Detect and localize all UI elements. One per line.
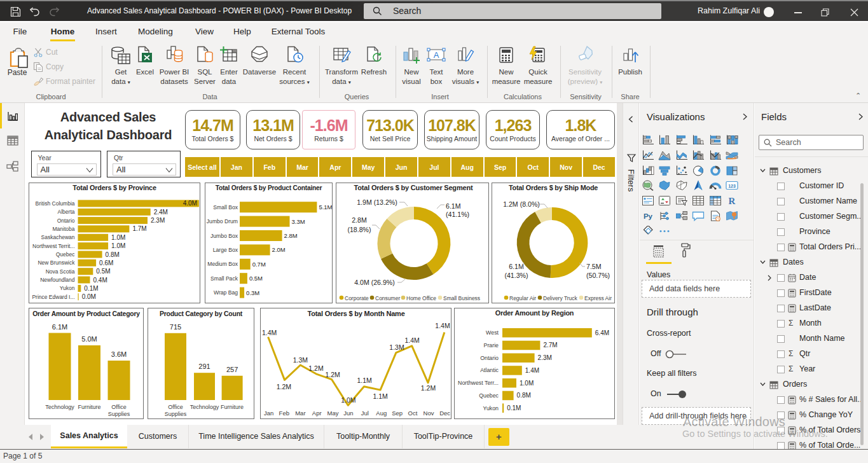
svg-text:Express Air: Express Air <box>584 295 612 301</box>
svg-text:1.2M: 1.2M <box>308 364 323 372</box>
svg-text:2.0M: 2.0M <box>272 246 286 253</box>
svg-text:0.4M: 0.4M <box>93 277 107 284</box>
svg-text:New Brunswick: New Brunswick <box>38 259 75 266</box>
svg-text:2.8M: 2.8M <box>352 216 367 224</box>
svg-text:Northwest Territ...: Northwest Territ... <box>32 243 74 249</box>
svg-text:Small Pack: Small Pack <box>210 275 238 282</box>
svg-text:Manitoba: Manitoba <box>53 226 75 232</box>
svg-text:1.0M: 1.0M <box>520 380 534 387</box>
svg-text:0.7M: 0.7M <box>252 261 266 268</box>
svg-text:Corporate: Corporate <box>345 295 369 301</box>
svg-text:Total Orders $ by Customer Seg: Total Orders $ by Customer Segment <box>354 184 473 191</box>
svg-text:Consumer: Consumer <box>375 295 400 301</box>
svg-text:Office: Office <box>111 404 126 410</box>
svg-text:(18.8%): (18.8%) <box>347 226 371 233</box>
svg-text:Order Amount by Region: Order Amount by Region <box>495 309 574 317</box>
svg-text:0.1M: 0.1M <box>507 404 521 411</box>
svg-text:Wrap Bag: Wrap Bag <box>214 289 238 296</box>
svg-text:(41.3%): (41.3%) <box>504 272 528 279</box>
svg-text:3.3M: 3.3M <box>292 218 305 225</box>
svg-text:Quebec: Quebec <box>479 392 499 399</box>
svg-text:West: West <box>486 329 499 336</box>
svg-text:715: 715 <box>170 323 181 331</box>
svg-text:291: 291 <box>198 363 210 370</box>
svg-text:123: 123 <box>728 184 736 188</box>
svg-text:Quebec: Quebec <box>56 251 76 258</box>
svg-text:Furniture: Furniture <box>221 404 244 410</box>
svg-text:5.1M: 5.1M <box>319 204 332 211</box>
svg-text:1.1M: 1.1M <box>373 392 387 400</box>
svg-text:Furniture: Furniture <box>78 404 100 410</box>
svg-text:Medium Box: Medium Box <box>207 261 238 267</box>
svg-text:British Columbia: British Columbia <box>36 200 75 207</box>
svg-text:6.1M: 6.1M <box>52 323 67 331</box>
svg-text:Total Orders $ by Ship Mode: Total Orders $ by Ship Mode <box>509 184 598 191</box>
svg-text:0.8M: 0.8M <box>517 392 531 399</box>
svg-text:Office: Office <box>168 404 183 410</box>
svg-text:1.2M (8.0%): 1.2M (8.0%) <box>503 200 540 208</box>
svg-text:Regular Air: Regular Air <box>509 295 536 301</box>
svg-text:0.8M: 0.8M <box>106 251 120 258</box>
svg-text:Mar: Mar <box>295 410 305 417</box>
svg-text:Jumbo Drum: Jumbo Drum <box>207 218 238 225</box>
svg-text:A: A <box>434 50 439 60</box>
svg-text:Nov: Nov <box>424 410 434 417</box>
svg-text:Jumbo Box: Jumbo Box <box>210 233 238 239</box>
svg-text:Large Box: Large Box <box>213 247 238 253</box>
svg-text:1.3M: 1.3M <box>389 343 404 351</box>
svg-text:Dec: Dec <box>439 410 450 417</box>
svg-text:Saskachewan: Saskachewan <box>41 234 75 240</box>
svg-text:2.3M: 2.3M <box>151 217 165 224</box>
svg-text:0.0M: 0.0M <box>82 293 96 300</box>
svg-text:4.0M (26.9%): 4.0M (26.9%) <box>354 279 395 286</box>
svg-text:1.1M: 1.1M <box>357 377 372 384</box>
svg-text:Home Office: Home Office <box>406 295 436 301</box>
svg-text:R: R <box>729 196 736 206</box>
svg-text:Total Orders $ by Province: Total Orders $ by Province <box>72 184 156 191</box>
svg-text:0.5M: 0.5M <box>96 268 110 275</box>
svg-text:5.0M: 5.0M <box>81 335 97 343</box>
svg-text:3.6M: 3.6M <box>111 350 127 358</box>
svg-text:1.4M: 1.4M <box>525 367 539 374</box>
svg-text:Technology: Technology <box>190 404 219 410</box>
svg-text:Prince Edward I...: Prince Edward I... <box>32 294 74 300</box>
svg-text:2.7M: 2.7M <box>543 342 557 349</box>
svg-text:Jun: Jun <box>343 410 353 417</box>
svg-text:Newfoundland: Newfoundland <box>40 277 75 283</box>
svg-text:(50.7%): (50.7%) <box>586 272 610 279</box>
svg-text:Delivery Truck: Delivery Truck <box>543 295 578 301</box>
svg-text:1.4M: 1.4M <box>435 322 450 329</box>
svg-text:Order Amount by Product Catego: Order Amount by Product Category <box>32 310 140 317</box>
svg-text:Supplies: Supplies <box>108 411 130 417</box>
svg-text:Alberta: Alberta <box>58 209 75 215</box>
svg-text:Aug: Aug <box>376 410 387 417</box>
svg-text:Supplies: Supplies <box>165 411 187 417</box>
svg-text:1.7M: 1.7M <box>132 225 146 232</box>
svg-text:0.1M: 0.1M <box>84 285 98 292</box>
svg-text:1.0M: 1.0M <box>111 242 125 249</box>
svg-text:Feb: Feb <box>279 410 289 417</box>
svg-text:0.3M: 0.3M <box>246 289 259 296</box>
svg-text:2.4M: 2.4M <box>154 209 168 216</box>
svg-text:0.5M: 0.5M <box>249 275 263 282</box>
svg-text:6.1M: 6.1M <box>446 202 461 210</box>
svg-text:1.4M: 1.4M <box>262 329 277 336</box>
svg-text:1.2M: 1.2M <box>326 371 340 378</box>
svg-text:1.9M (13.2%): 1.9M (13.2%) <box>357 198 397 206</box>
svg-text:Yukon: Yukon <box>483 405 499 411</box>
svg-text:6.4M: 6.4M <box>595 329 609 336</box>
svg-text:(41.1%): (41.1%) <box>446 211 469 218</box>
svg-text:2.8M: 2.8M <box>284 232 298 239</box>
svg-text:Sep: Sep <box>392 410 403 417</box>
svg-text:Prarie: Prarie <box>484 342 499 349</box>
svg-text:1.2M: 1.2M <box>421 384 436 392</box>
svg-text:Small Business: Small Business <box>443 295 480 301</box>
svg-text:Total Orders $ by Product Cont: Total Orders $ by Product Container <box>216 184 322 191</box>
svg-text:2.3M: 2.3M <box>538 354 552 361</box>
svg-text:1.3M: 1.3M <box>293 356 308 364</box>
svg-text:257: 257 <box>226 366 238 373</box>
svg-text:1.2M: 1.2M <box>277 383 291 390</box>
svg-text:Product Category by Count: Product Category by Count <box>160 310 243 317</box>
svg-text:Total Orders $ by Month Name: Total Orders $ by Month Name <box>307 310 404 317</box>
svg-text:Small Box: Small Box <box>213 204 238 211</box>
